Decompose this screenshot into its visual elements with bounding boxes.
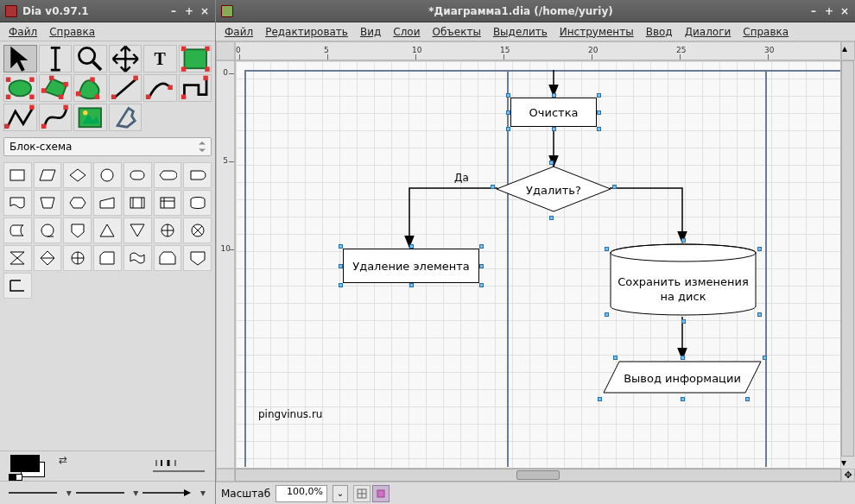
menu-file[interactable]: Файл — [219, 24, 258, 40]
line-pattern-preview[interactable] — [153, 458, 205, 474]
line-style[interactable] — [74, 486, 131, 500]
toolbox-titlebar[interactable]: Dia v0.97.1 – + × — [0, 0, 215, 22]
minimize-icon[interactable]: – — [808, 5, 819, 17]
shape-terminal[interactable] — [124, 162, 152, 188]
tool-bezier[interactable] — [39, 104, 73, 131]
shape-parallelogram[interactable] — [34, 162, 62, 188]
tool-arc[interactable] — [143, 74, 177, 102]
editor-titlebar[interactable]: *Диаграмма1.dia (/home/yuriy) – + × — [216, 0, 855, 22]
shape-loop-limit[interactable] — [154, 245, 182, 271]
shape-collate[interactable] — [3, 245, 32, 271]
scroll-up-btn[interactable]: ▴ — [841, 41, 855, 60]
shape-display[interactable] — [154, 162, 182, 188]
menu-tools[interactable]: Инструменты — [554, 24, 639, 40]
horizontal-ruler[interactable]: 0 5 10 15 20 25 30 — [235, 41, 841, 60]
flow-node-clear[interactable]: Очистка — [510, 98, 597, 127]
sheet-selector[interactable]: Блок-схема — [3, 137, 212, 156]
shape-data-storage[interactable] — [3, 273, 32, 299]
menu-input[interactable]: Ввод — [641, 24, 678, 40]
shape-process[interactable] — [3, 162, 32, 188]
scroll-left-btn[interactable] — [216, 469, 235, 482]
shape-manual-op[interactable] — [34, 190, 62, 216]
arrow-start-drop-icon[interactable]: ▾ — [64, 487, 74, 499]
canvas[interactable]: Очистка Удалить? Да Удаление элемента — [235, 60, 841, 469]
shape-direct-data[interactable] — [63, 245, 92, 271]
svg-marker-40 — [100, 198, 114, 208]
menu-edit[interactable]: Редактировать — [260, 24, 353, 40]
shape-manual-input[interactable] — [93, 190, 122, 216]
zoom-dropdown-icon[interactable]: ⌄ — [332, 485, 348, 502]
tool-text[interactable]: T — [143, 45, 177, 72]
tool-outline[interactable] — [109, 104, 142, 131]
shape-summing[interactable] — [183, 217, 212, 243]
arrow-start[interactable] — [7, 486, 64, 500]
line-style-drop-icon[interactable]: ▾ — [130, 487, 141, 499]
menu-dialogs[interactable]: Диалоги — [680, 24, 737, 40]
menu-objects[interactable]: Объекты — [427, 24, 485, 40]
tool-magnify[interactable] — [73, 45, 107, 72]
shape-stored-data[interactable] — [3, 217, 32, 243]
fg-bg-swatch[interactable]: ⇄ — [10, 455, 57, 477]
menu-help[interactable]: Справка — [44, 24, 100, 40]
shape-offpage2[interactable] — [183, 245, 212, 271]
tool-image[interactable] — [73, 104, 107, 131]
horizontal-scrollbar[interactable] — [235, 469, 841, 482]
shape-sort[interactable] — [34, 245, 62, 271]
arrow-end-drop-icon[interactable]: ▾ — [198, 487, 208, 499]
menu-file[interactable]: Файл — [3, 24, 42, 40]
flow-node-output[interactable]: Вывод информации — [602, 360, 763, 397]
toolbox-spacer — [0, 302, 215, 450]
tool-polygon[interactable] — [39, 74, 73, 102]
flow-node-delete[interactable]: Удаление элемента — [343, 249, 479, 283]
shape-decision[interactable] — [63, 162, 92, 188]
tool-pointer[interactable] — [3, 45, 37, 72]
shape-or[interactable] — [154, 217, 182, 243]
close-icon[interactable]: × — [839, 5, 850, 17]
snap-object-button[interactable] — [372, 485, 390, 502]
svg-rect-26 — [4, 123, 9, 128]
shape-magnetic-disk[interactable] — [183, 190, 212, 216]
swap-colors-icon[interactable]: ⇄ — [59, 454, 67, 466]
menu-select[interactable]: Выделить — [488, 24, 553, 40]
tool-line[interactable] — [109, 74, 142, 102]
nav-pan-icon[interactable]: ✥ — [841, 469, 855, 482]
tool-beziergon[interactable] — [73, 74, 107, 102]
shape-sequential[interactable] — [34, 217, 62, 243]
shape-offpage[interactable] — [63, 217, 92, 243]
snap-grid-button[interactable] — [353, 485, 370, 502]
shape-delay[interactable] — [183, 162, 212, 188]
minimize-icon[interactable]: – — [168, 5, 179, 17]
svg-rect-6 — [205, 66, 209, 71]
tool-text-cursor[interactable] — [39, 45, 73, 72]
menu-view[interactable]: Вид — [355, 24, 386, 40]
menu-help[interactable]: Справка — [738, 24, 794, 40]
maximize-icon[interactable]: + — [184, 5, 194, 17]
zoom-input[interactable]: 100,0% — [276, 485, 327, 502]
shape-predefined[interactable] — [124, 190, 152, 216]
close-icon[interactable]: × — [200, 5, 210, 17]
shape-merge-tri[interactable] — [124, 217, 152, 243]
shape-tape[interactable] — [124, 245, 152, 271]
shape-preparation[interactable] — [63, 190, 92, 216]
shape-internal-storage[interactable] — [154, 190, 182, 216]
shape-document[interactable] — [3, 190, 32, 216]
vertical-ruler[interactable]: 0 5 10 — [216, 60, 235, 469]
tool-ellipse[interactable] — [3, 74, 37, 102]
shape-card[interactable] — [93, 245, 122, 271]
tool-zigzag[interactable] — [179, 74, 212, 102]
menu-layers[interactable]: Слои — [388, 24, 425, 40]
maximize-icon[interactable]: + — [824, 5, 834, 17]
flow-node-save-disk[interactable]: Сохранить изменения на диск — [609, 243, 757, 319]
tool-box[interactable] — [179, 45, 212, 72]
vertical-scrollbar[interactable] — [841, 60, 854, 457]
default-colors-icon[interactable] — [9, 474, 22, 481]
arrow-end[interactable] — [141, 486, 198, 500]
flow-node-decision[interactable]: Удалить? — [495, 165, 612, 216]
tool-polyline[interactable] — [3, 104, 37, 131]
tool-move[interactable] — [109, 45, 142, 72]
shape-extract[interactable] — [93, 217, 122, 243]
scroll-down-btn[interactable]: ▾ — [841, 457, 855, 469]
svg-rect-25 — [203, 75, 207, 79]
shape-connector[interactable] — [93, 162, 122, 188]
statusbar: Масштаб 100,0% ⌄ — [216, 482, 855, 504]
